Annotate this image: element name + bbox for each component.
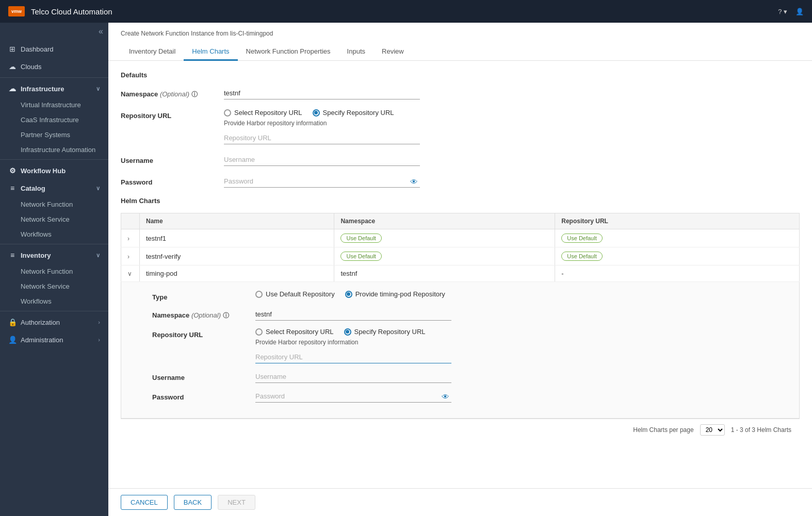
sidebar-item-partner-systems[interactable]: Partner Systems bbox=[0, 127, 108, 142]
per-page-select[interactable]: 20 bbox=[700, 424, 725, 436]
table-row: ∨ timing-pod testnf - bbox=[121, 265, 800, 282]
sidebar-item-label: Catalog bbox=[21, 185, 45, 192]
main-content: Create Network Function Instance from li… bbox=[108, 23, 812, 516]
sidebar-item-administration[interactable]: 👤 Administration › bbox=[0, 331, 108, 348]
expanded-repo-url-label: Repository URL bbox=[152, 328, 245, 339]
namespace-label: Namespace (Optional) ⓘ bbox=[121, 87, 214, 99]
specify-repo-url-option[interactable]: Specify Repository URL bbox=[313, 109, 394, 116]
specify-repo-label: Specify Repository URL bbox=[323, 109, 394, 116]
password-label: Password bbox=[121, 175, 214, 186]
action-footer: CANCEL BACK NEXT bbox=[108, 488, 812, 516]
page-header: Create Network Function Instance from li… bbox=[108, 23, 812, 61]
namespace-input[interactable] bbox=[224, 87, 420, 99]
repository-url-row: Repository URL Select Repository URL Spe… bbox=[121, 109, 800, 144]
sidebar: « ⊞ Dashboard ☁ Clouds ☁ Infrastructure … bbox=[0, 23, 108, 516]
sidebar-collapse-button[interactable]: « bbox=[0, 23, 108, 40]
sidebar-item-virtual-infrastructure[interactable]: Virtual Infrastructure bbox=[0, 97, 108, 112]
expanded-namespace-info-icon[interactable]: ⓘ bbox=[223, 312, 229, 319]
repository-url-label: Repository URL bbox=[121, 109, 214, 120]
sidebar-item-catalog-workflows[interactable]: Workflows bbox=[0, 227, 108, 242]
expand-button[interactable]: › bbox=[127, 235, 129, 242]
provide-timing-pod-repo-radio[interactable] bbox=[345, 291, 352, 298]
sidebar-item-caas-infrastructure[interactable]: CaaS Infrastructure bbox=[0, 112, 108, 127]
namespace-col-header: Namespace bbox=[334, 213, 555, 229]
app-body: « ⊞ Dashboard ☁ Clouds ☁ Infrastructure … bbox=[0, 23, 812, 516]
sidebar-item-inventory[interactable]: ≡ Inventory ∨ bbox=[0, 246, 108, 264]
sidebar-item-label: Authorization bbox=[21, 319, 60, 326]
expanded-select-repo-option[interactable]: Select Repository URL bbox=[255, 328, 334, 336]
table-row: › testnf-verify Use Default Use Default bbox=[121, 247, 800, 265]
sidebar-item-inventory-workflows[interactable]: Workflows bbox=[0, 294, 108, 309]
sidebar-item-inventory-network-service[interactable]: Network Service bbox=[0, 279, 108, 294]
sidebar-item-inventory-network-function[interactable]: Network Function bbox=[0, 264, 108, 279]
tab-inventory-detail[interactable]: Inventory Detail bbox=[121, 43, 184, 61]
table-row: › testnf1 Use Default Use Default bbox=[121, 229, 800, 247]
specify-repo-radio[interactable] bbox=[313, 109, 320, 116]
repo-url-input[interactable] bbox=[224, 132, 420, 144]
chevron-down-icon-catalog: ∨ bbox=[96, 185, 100, 192]
use-default-badge: Use Default bbox=[340, 234, 381, 243]
password-wrapper: 👁 bbox=[224, 175, 420, 188]
tab-helm-charts[interactable]: Helm Charts bbox=[184, 43, 237, 61]
sidebar-item-catalog[interactable]: ≡ Catalog ∨ bbox=[0, 179, 108, 197]
use-default-repo-option[interactable]: Use Default Repository bbox=[255, 290, 335, 298]
expanded-specify-repo-option[interactable]: Specify Repository URL bbox=[344, 328, 426, 336]
sidebar-item-authorization[interactable]: 🔒 Authorization › bbox=[0, 313, 108, 331]
sidebar-item-clouds[interactable]: ☁ Clouds bbox=[0, 58, 108, 75]
sidebar-item-label: Administration bbox=[21, 336, 63, 344]
authorization-icon: 🔒 bbox=[8, 318, 17, 326]
expanded-namespace-label: Namespace (Optional) ⓘ bbox=[152, 308, 245, 320]
expanded-repo-hint: Provide Harbor repository information bbox=[255, 339, 789, 346]
expanded-password-toggle-icon[interactable]: 👁 bbox=[442, 392, 449, 401]
password-input[interactable] bbox=[224, 175, 420, 188]
app-title: Telco Cloud Automation bbox=[31, 7, 112, 16]
expanded-password-input[interactable] bbox=[255, 390, 451, 403]
sidebar-item-catalog-network-function[interactable]: Network Function bbox=[0, 197, 108, 212]
name-cell: testnf-verify bbox=[140, 247, 334, 265]
use-default-repo-radio[interactable] bbox=[255, 291, 263, 298]
next-button[interactable]: NEXT bbox=[218, 495, 255, 510]
expanded-username-row: Username bbox=[152, 371, 789, 383]
back-button[interactable]: BACK bbox=[174, 495, 212, 510]
expanded-repo-url-input[interactable] bbox=[255, 351, 451, 363]
username-input[interactable] bbox=[224, 154, 420, 166]
sidebar-item-catalog-network-service[interactable]: Network Service bbox=[0, 212, 108, 227]
password-toggle-icon[interactable]: 👁 bbox=[410, 177, 418, 186]
select-repo-url-option[interactable]: Select Repository URL bbox=[224, 109, 302, 116]
namespace-info-icon[interactable]: ⓘ bbox=[191, 91, 198, 98]
namespace-cell: Use Default bbox=[334, 247, 555, 265]
helm-charts-section: Helm Charts Name Namespace Repository UR… bbox=[121, 197, 800, 441]
tab-nf-properties[interactable]: Network Function Properties bbox=[238, 43, 339, 61]
expanded-specify-repo-label: Specify Repository URL bbox=[354, 328, 426, 336]
tab-inputs[interactable]: Inputs bbox=[339, 43, 373, 61]
cancel-button[interactable]: CANCEL bbox=[121, 495, 168, 510]
expanded-namespace-input[interactable] bbox=[255, 308, 451, 321]
form-content: Defaults Namespace (Optional) ⓘ Reposito… bbox=[108, 61, 812, 488]
sidebar-divider-2 bbox=[0, 159, 108, 160]
type-row: Type Use Default Repository bbox=[152, 290, 789, 301]
provide-timing-pod-repo-label: Provide timing-pod Repository bbox=[355, 290, 445, 298]
sidebar-item-label: Workflow Hub bbox=[21, 167, 66, 175]
provide-timing-pod-repo-option[interactable]: Provide timing-pod Repository bbox=[345, 290, 445, 298]
chevron-right-icon-admin: › bbox=[98, 337, 100, 343]
use-default-badge-repo: Use Default bbox=[561, 234, 602, 243]
expanded-select-repo-radio[interactable] bbox=[255, 328, 263, 336]
top-nav-right: ? ▾ 👤 bbox=[778, 8, 804, 15]
sidebar-item-workflow-hub[interactable]: ⚙ Workflow Hub bbox=[0, 162, 108, 179]
select-repo-radio[interactable] bbox=[224, 109, 231, 116]
user-icon[interactable]: 👤 bbox=[795, 8, 804, 15]
per-page-label: Helm Charts per page bbox=[633, 426, 693, 434]
repo-url-cell: Use Default bbox=[555, 247, 800, 265]
expanded-username-input[interactable] bbox=[255, 371, 451, 383]
collapse-button[interactable]: ∨ bbox=[127, 270, 132, 277]
expand-button[interactable]: › bbox=[127, 253, 129, 260]
repo-url-radio-group: Select Repository URL Specify Repository… bbox=[224, 109, 800, 116]
tab-review[interactable]: Review bbox=[373, 43, 412, 61]
help-icon[interactable]: ? ▾ bbox=[778, 8, 787, 15]
sidebar-item-infrastructure-automation[interactable]: Infrastructure Automation bbox=[0, 142, 108, 157]
expanded-specify-repo-radio[interactable] bbox=[344, 328, 351, 336]
expanded-username-control bbox=[255, 371, 789, 383]
sidebar-item-infrastructure[interactable]: ☁ Infrastructure ∨ bbox=[0, 80, 108, 97]
sidebar-item-dashboard[interactable]: ⊞ Dashboard bbox=[0, 40, 108, 58]
sidebar-divider-4 bbox=[0, 311, 108, 311]
